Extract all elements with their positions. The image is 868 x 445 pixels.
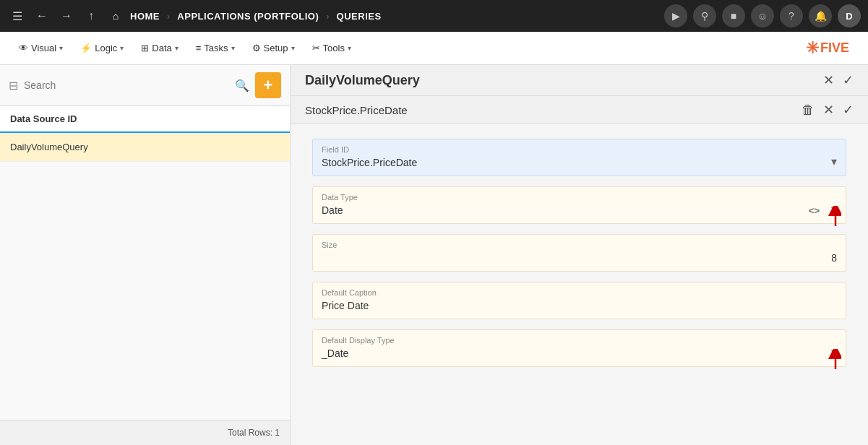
header-actions: ✕ ✓: [823, 72, 854, 88]
nav-visual[interactable]: 👁 Visual ▾: [12, 38, 70, 58]
red-arrow-annotation: [821, 206, 841, 229]
breadcrumb-sep1: ›: [167, 11, 170, 22]
five-asterisk-icon: ✳: [806, 39, 819, 58]
default-caption-field: Default Caption Price Date: [312, 282, 846, 319]
default-display-label: Default Display Type: [322, 336, 837, 345]
default-caption-value: Price Date: [322, 300, 837, 311]
nav-actions: ▶ ⚲ ■ ☺ ? 🔔 D: [664, 4, 861, 27]
nav-tools-label: Tools: [323, 43, 345, 53]
content-panel: DailyVolumeQuery ✕ ✓ StockPrice.PriceDat…: [291, 65, 868, 445]
search-icon[interactable]: 🔍: [235, 79, 249, 92]
eye-icon: 👁: [19, 43, 28, 53]
sidebar: ⊟ 🔍 + Data Source ID DailyVolumeQuery To…: [0, 65, 291, 445]
hamburger-button[interactable]: ☰: [7, 6, 27, 26]
chevron-down-icon: ▾: [175, 44, 179, 52]
nav-logic-label: Logic: [95, 43, 117, 53]
robot-button[interactable]: ☺: [751, 4, 774, 27]
bell-button[interactable]: 🔔: [809, 4, 832, 27]
play-button[interactable]: ▶: [664, 4, 687, 27]
back-button[interactable]: ←: [32, 6, 52, 26]
sidebar-footer: Total Rows: 1: [0, 420, 290, 445]
up-button[interactable]: ↑: [81, 6, 101, 26]
form-area: Field ID StockPrice.PriceDate ▾ Data Typ…: [291, 124, 868, 445]
five-logo: ✳ FIVE: [806, 39, 849, 58]
search-input[interactable]: [24, 79, 229, 91]
tools-icon: ✂: [312, 43, 320, 53]
default-display-field: Default Display Type _Date ▾: [312, 329, 846, 367]
field-id-field: Field ID StockPrice.PriceDate ▾: [312, 139, 846, 176]
data-type-value: Date: [322, 204, 837, 216]
save-button[interactable]: ✓: [843, 72, 854, 88]
main-layout: ⊟ 🔍 + Data Source ID DailyVolumeQuery To…: [0, 65, 868, 445]
nav-tools[interactable]: ✂ Tools ▾: [305, 38, 358, 58]
filter-icon: ⊟: [9, 79, 18, 92]
field-id-label: Field ID: [322, 145, 837, 154]
sidebar-list: DailyVolumeQuery: [0, 133, 290, 420]
data-icon: ⊞: [141, 43, 149, 53]
avatar[interactable]: D: [838, 4, 861, 27]
close-button[interactable]: ✕: [823, 72, 834, 88]
nav-setup[interactable]: ⚙ Setup ▾: [245, 38, 302, 58]
help-button[interactable]: ?: [780, 4, 803, 27]
nav-data[interactable]: ⊞ Data ▾: [134, 38, 185, 58]
sub-save-button[interactable]: ✓: [843, 102, 854, 118]
second-nav: 👁 Visual ▾ ⚡ Logic ▾ ⊞ Data ▾ ≡ Tasks ▾ …: [0, 32, 868, 65]
sub-close-button[interactable]: ✕: [823, 102, 834, 118]
nav-visual-label: Visual: [31, 43, 56, 53]
nav-data-label: Data: [152, 43, 171, 53]
breadcrumb-applications[interactable]: APPLICATIONS (PORTFOLIO): [177, 11, 319, 22]
sub-header: StockPrice.PriceDate 🗑 ✕ ✓: [291, 96, 868, 124]
home-icon[interactable]: ⌂: [106, 6, 126, 26]
forward-button[interactable]: →: [56, 6, 77, 26]
red-arrow-annotation-2: [821, 349, 841, 372]
breadcrumb-queries[interactable]: QUERIES: [337, 11, 382, 22]
add-button[interactable]: +: [255, 72, 281, 98]
field-id-value: StockPrice.PriceDate: [322, 157, 837, 168]
content-header: DailyVolumeQuery ✕ ✓: [291, 65, 868, 96]
data-type-label: Data Type: [322, 193, 837, 202]
logic-icon: ⚡: [80, 43, 92, 53]
nav-setup-label: Setup: [264, 43, 288, 53]
tasks-icon: ≡: [196, 43, 202, 53]
sub-title: StockPrice.PriceDate: [305, 104, 802, 116]
chevron-down-icon: ▾: [59, 44, 63, 52]
delete-button[interactable]: 🗑: [802, 103, 815, 118]
chevron-down-icon: ▾: [291, 44, 295, 52]
chevron-down-icon: ▾: [231, 44, 235, 52]
nav-logic[interactable]: ⚡ Logic ▾: [73, 38, 131, 58]
default-display-value: _Date: [322, 347, 837, 359]
breadcrumb-home[interactable]: HOME: [130, 11, 160, 22]
size-value: 8: [322, 252, 837, 264]
nav-tasks-label: Tasks: [204, 43, 228, 53]
default-caption-label: Default Caption: [322, 288, 837, 297]
setup-icon: ⚙: [252, 43, 261, 53]
five-logo-text: FIVE: [820, 40, 849, 56]
sidebar-header: Data Source ID: [0, 106, 290, 133]
chevron-down-icon: ▾: [348, 44, 351, 52]
breadcrumb-sep2: ›: [326, 11, 329, 22]
code-icon: <>: [809, 205, 820, 216]
chevron-down-icon[interactable]: ▾: [831, 155, 837, 168]
sub-actions: 🗑 ✕ ✓: [802, 102, 854, 118]
stop-button[interactable]: ■: [722, 4, 745, 27]
nav-tasks[interactable]: ≡ Tasks ▾: [189, 38, 242, 58]
search-button[interactable]: ⚲: [693, 4, 716, 27]
sidebar-search-bar: ⊟ 🔍 +: [0, 65, 290, 106]
chevron-down-icon: ▾: [120, 44, 124, 52]
data-type-field: Data Type Date <> ▾: [312, 186, 846, 224]
size-field: Size 8: [312, 234, 846, 272]
content-title: DailyVolumeQuery: [305, 73, 823, 88]
list-item[interactable]: DailyVolumeQuery: [0, 133, 290, 162]
size-label: Size: [322, 241, 837, 249]
top-nav: ☰ ← → ↑ ⌂ HOME › APPLICATIONS (PORTFOLIO…: [0, 0, 868, 32]
